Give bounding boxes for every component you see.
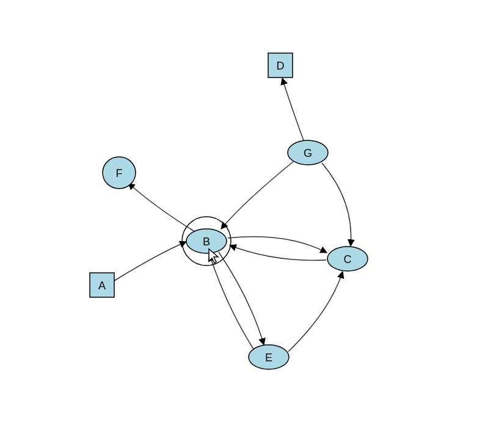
edge-e-c[interactable] xyxy=(288,272,343,352)
edge-c-b[interactable] xyxy=(230,245,326,261)
graph-canvas[interactable]: A D B C E F G xyxy=(0,0,485,448)
edge-g-c[interactable] xyxy=(322,163,351,246)
node-label-b: B xyxy=(203,236,210,248)
edge-b-e[interactable] xyxy=(219,252,264,345)
node-label-g: G xyxy=(304,147,312,159)
node-label-a: A xyxy=(98,280,106,292)
edge-b-f[interactable] xyxy=(128,183,194,231)
node-label-d: D xyxy=(277,60,285,72)
node-b[interactable]: B xyxy=(186,229,227,253)
node-f[interactable]: F xyxy=(103,157,136,189)
edge-a-b[interactable] xyxy=(114,242,186,281)
node-d[interactable]: D xyxy=(268,53,293,78)
node-label-e: E xyxy=(265,352,272,364)
node-c[interactable]: C xyxy=(327,247,368,271)
edge-g-b[interactable] xyxy=(221,162,293,229)
node-e[interactable]: E xyxy=(249,345,289,369)
edge-g-d[interactable] xyxy=(282,78,304,140)
node-a[interactable]: A xyxy=(90,273,114,297)
node-g[interactable]: G xyxy=(288,140,328,165)
node-label-c: C xyxy=(344,253,352,266)
node-label-f: F xyxy=(116,167,123,179)
